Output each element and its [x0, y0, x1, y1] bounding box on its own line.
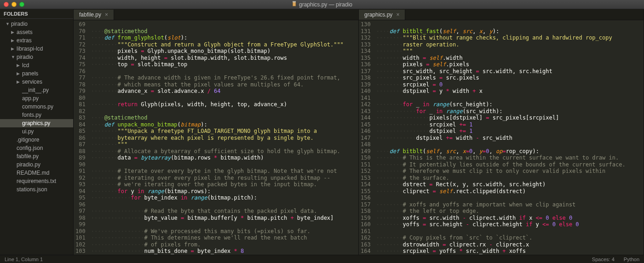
chevron-right-icon: ▶ — [11, 46, 16, 51]
svg-rect-1 — [293, 1, 296, 2]
tree-item-label: config.json — [17, 145, 43, 151]
file-item[interactable]: fabfile.py — [0, 152, 73, 160]
code-area[interactable]: 1301311321331341351361371381391401411421… — [359, 20, 644, 255]
folder-item[interactable]: ▶assets — [0, 28, 73, 36]
file-item[interactable]: app.py — [0, 94, 73, 103]
chevron-right-icon: ▶ — [17, 63, 21, 68]
chevron-right-icon: ▶ — [17, 71, 21, 76]
file-tab[interactable]: graphics.py× — [359, 10, 405, 20]
tree-item-label: stations.json — [17, 186, 47, 193]
file-item[interactable]: .gitignore — [0, 136, 73, 144]
status-position[interactable]: Line 1, Column 1 — [5, 257, 43, 262]
code-area[interactable]: 6970717273747576777879808182838485868788… — [74, 20, 358, 255]
chevron-right-icon: ▶ — [11, 30, 16, 34]
tree-item-label: piradio — [11, 21, 28, 27]
close-icon[interactable]: × — [396, 11, 399, 18]
file-tab[interactable]: fabfile.py× — [74, 10, 114, 20]
file-item[interactable]: stations.json — [0, 185, 73, 194]
folder-tree: ▼piradio▶assets▶extras▶libraspi-lcd▼pira… — [0, 19, 73, 194]
status-language[interactable]: Python — [624, 257, 639, 262]
file-item[interactable]: config.json — [0, 144, 73, 152]
status-bar: Line 1, Column 1 Spaces: 4 Python — [0, 255, 644, 263]
folder-item[interactable]: ▼piradio — [0, 20, 73, 28]
file-icon — [292, 1, 297, 8]
folder-item[interactable]: ▶services — [0, 78, 73, 86]
editor-panes: fabfile.py×69707172737475767778798081828… — [74, 9, 644, 255]
tree-item-label: services — [22, 79, 42, 85]
folder-item[interactable]: ▶libraspi-lcd — [0, 45, 73, 53]
close-window-button[interactable] — [4, 2, 9, 7]
line-gutter: 1301311321331341351361371381391401411421… — [359, 20, 374, 255]
tab-label: graphics.py — [364, 11, 392, 18]
folder-item[interactable]: ▶extras — [0, 36, 73, 45]
zoom-window-button[interactable] — [19, 2, 24, 7]
editor-pane: graphics.py×1301311321331341351361371381… — [359, 9, 644, 255]
line-gutter: 6970717273747576777879808182838485868788… — [74, 20, 89, 255]
tree-item-label: ui.py — [22, 128, 34, 135]
folder-item[interactable]: ▶panels — [0, 69, 73, 78]
chevron-right-icon: ▶ — [17, 80, 21, 84]
code-content[interactable]: ····def bitblt_fast(self, src, x, y):···… — [374, 20, 644, 255]
file-item[interactable]: __init__.py — [0, 86, 73, 94]
chevron-down-icon: ▼ — [11, 55, 16, 59]
tree-item-label: panels — [22, 70, 38, 77]
tree-item-label: graphics.py — [22, 120, 50, 126]
tree-item-label: README.md — [17, 170, 49, 176]
file-item[interactable]: fonts.py — [0, 111, 73, 119]
folder-item[interactable]: ▼piradio — [0, 53, 73, 61]
tab-bar: fabfile.py× — [74, 9, 358, 20]
window-titlebar: graphics.py — piradio — [0, 0, 644, 9]
tab-label: fabfile.py — [79, 11, 101, 18]
tree-item-label: fonts.py — [22, 112, 41, 118]
chevron-down-icon: ▼ — [6, 22, 10, 26]
file-item[interactable]: ui.py — [0, 127, 73, 136]
tree-item-label: __init__.py — [22, 87, 49, 93]
sidebar-header: FOLDERS — [0, 9, 73, 19]
code-content[interactable]: ····@staticmethod····def from_glyphslot(… — [89, 20, 358, 255]
tree-item-label: lcd — [22, 62, 29, 69]
tree-item-label: piradio — [17, 54, 33, 60]
tree-item-label: commons.py — [22, 103, 53, 110]
file-item[interactable]: requirements.txt — [0, 177, 73, 185]
file-item[interactable]: piradio.py — [0, 160, 73, 169]
close-icon[interactable]: × — [105, 11, 108, 18]
tree-item-label: app.py — [22, 95, 39, 102]
file-item[interactable]: graphics.py — [0, 119, 73, 127]
file-item[interactable]: README.md — [0, 169, 73, 177]
tree-item-label: fabfile.py — [17, 153, 39, 160]
tree-item-label: extras — [17, 37, 32, 44]
sidebar: FOLDERS ▼piradio▶assets▶extras▶libraspi-… — [0, 9, 74, 255]
chevron-right-icon: ▶ — [11, 38, 16, 43]
editor-pane: fabfile.py×69707172737475767778798081828… — [74, 9, 359, 255]
tree-item-label: piradio.py — [17, 161, 40, 168]
status-spaces[interactable]: Spaces: 4 — [592, 257, 615, 262]
tab-bar: graphics.py× — [359, 9, 644, 20]
tree-item-label: assets — [17, 29, 33, 35]
tree-item-label: .gitignore — [17, 137, 39, 143]
tree-item-label: requirements.txt — [17, 178, 56, 184]
window-title: graphics.py — piradio — [299, 1, 352, 8]
tree-item-label: libraspi-lcd — [17, 46, 43, 52]
file-item[interactable]: commons.py — [0, 103, 73, 111]
folder-item[interactable]: ▶lcd — [0, 61, 73, 69]
minimize-window-button[interactable] — [12, 2, 17, 7]
